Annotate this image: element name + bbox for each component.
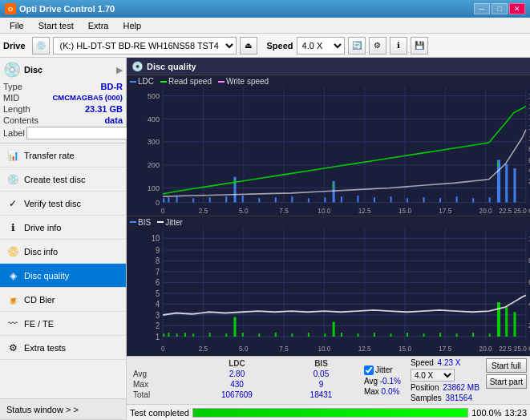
sidebar-item-drive-info[interactable]: ℹ Drive info bbox=[0, 216, 126, 240]
speed-row: Speed 4.23 X bbox=[411, 358, 479, 367]
sidebar-item-extra-tests[interactable]: ⚙ Extra tests bbox=[0, 336, 126, 360]
type-value: BD-R bbox=[101, 82, 123, 91]
chart1-legend: LDC Read speed Write speed bbox=[127, 75, 530, 87]
svg-text:10.0: 10.0 bbox=[318, 344, 330, 353]
total-bis: 18431 bbox=[285, 390, 358, 400]
svg-text:2.5: 2.5 bbox=[199, 207, 208, 215]
svg-rect-136 bbox=[390, 333, 391, 337]
svg-rect-131 bbox=[308, 333, 310, 337]
extra-tests-icon: ⚙ bbox=[6, 341, 19, 354]
panel-title: Disc quality bbox=[147, 62, 196, 71]
disc-title: Disc bbox=[24, 65, 42, 75]
svg-text:5.0: 5.0 bbox=[239, 207, 249, 215]
sidebar-item-disc-quality[interactable]: ◈ Disc quality bbox=[0, 264, 126, 288]
disc-type-row: Type BD-R bbox=[3, 82, 123, 91]
disc-contents-row: Contents data bbox=[3, 115, 123, 125]
sidebar-item-disc-info[interactable]: 📀 Disc info bbox=[0, 240, 126, 264]
nav-items: 📊 Transfer rate 💿 Create test disc ✓ Ver… bbox=[0, 143, 126, 398]
menu-file[interactable]: File bbox=[3, 19, 30, 32]
transfer-rate-icon: 📊 bbox=[6, 149, 19, 162]
ldc-label: LDC bbox=[138, 77, 154, 86]
toolbar: Drive 💿 (K:) HL-DT-ST BD-RE WH16NS58 TST… bbox=[0, 34, 530, 58]
sidebar-item-label: Disc info bbox=[24, 247, 58, 256]
max-jitter-val: 0.0% bbox=[382, 387, 400, 396]
ldc-legend: LDC bbox=[130, 77, 154, 86]
start-buttons: Start full Start part bbox=[486, 358, 527, 402]
title-bar: O Opti Drive Control 1.70 ─ □ ✕ bbox=[0, 0, 530, 18]
svg-rect-44 bbox=[168, 197, 169, 202]
save-button[interactable]: 💾 bbox=[411, 37, 428, 55]
svg-text:10.0: 10.0 bbox=[318, 207, 330, 215]
label-label: Label bbox=[3, 128, 25, 138]
svg-rect-70 bbox=[233, 180, 235, 184]
speed-select[interactable]: 4.0 X bbox=[297, 37, 345, 55]
disc-quality-icon: ◈ bbox=[6, 269, 19, 282]
write-label: Write speed bbox=[226, 77, 269, 86]
svg-rect-124 bbox=[192, 333, 194, 337]
svg-text:7: 7 bbox=[156, 266, 160, 276]
eject-button[interactable]: ⏏ bbox=[240, 37, 257, 55]
refresh-button[interactable]: 🔄 bbox=[348, 37, 366, 55]
disc-panel: 💿 Disc ▶ Type BD-R MID CMCMAGBA5 (000) L… bbox=[0, 58, 126, 143]
drive-select[interactable]: (K:) HL-DT-ST BD-RE WH16NS58 TST4 bbox=[53, 37, 237, 55]
svg-text:22.5: 22.5 bbox=[499, 207, 512, 215]
jitter-checkbox[interactable] bbox=[364, 365, 374, 375]
svg-rect-135 bbox=[374, 333, 375, 337]
samples-row: Samples 381564 bbox=[411, 394, 479, 402]
speed-select-stats[interactable]: 4.0 X bbox=[411, 369, 455, 382]
sidebar-item-label: Extra tests bbox=[24, 343, 66, 353]
svg-text:5: 5 bbox=[156, 288, 160, 297]
menu-start-test[interactable]: Start test bbox=[32, 19, 80, 32]
ldc-dot bbox=[130, 81, 136, 83]
sidebar-item-create-test-disc[interactable]: 💿 Create test disc bbox=[0, 168, 126, 192]
svg-text:300: 300 bbox=[148, 137, 160, 146]
avg-bis: 0.05 bbox=[285, 369, 358, 379]
sidebar-item-cd-bier[interactable]: 🍺 CD Bier bbox=[0, 288, 126, 312]
avg-jitter-row: Avg -0.1% bbox=[364, 377, 401, 386]
svg-rect-138 bbox=[423, 333, 425, 337]
svg-rect-59 bbox=[407, 198, 408, 202]
start-full-button[interactable]: Start full bbox=[486, 358, 527, 373]
minimize-button[interactable]: ─ bbox=[474, 3, 490, 14]
disc-info-icon: 📀 bbox=[6, 245, 19, 258]
close-button[interactable]: ✕ bbox=[509, 3, 525, 14]
svg-rect-48 bbox=[225, 196, 227, 202]
svg-rect-58 bbox=[390, 196, 391, 202]
jitter-checkbox-label[interactable]: Jitter bbox=[364, 365, 401, 375]
max-label: Max bbox=[130, 379, 189, 390]
status-window-button[interactable]: Status window > > bbox=[0, 399, 126, 420]
menu-help[interactable]: Help bbox=[116, 19, 148, 32]
sidebar-item-transfer-rate[interactable]: 📊 Transfer rate bbox=[0, 143, 126, 168]
contents-label: Contents bbox=[3, 115, 38, 125]
sidebar-item-label: Disc quality bbox=[24, 271, 69, 281]
jitter-section: Jitter Avg -0.1% Max 0.0% bbox=[361, 358, 404, 402]
maximize-button[interactable]: □ bbox=[492, 3, 508, 14]
disc-action-icon[interactable]: ▶ bbox=[116, 65, 123, 75]
svg-rect-60 bbox=[423, 197, 425, 202]
contents-value: data bbox=[104, 115, 123, 125]
drive-label: Drive bbox=[3, 41, 26, 50]
info-button[interactable]: ℹ bbox=[390, 37, 407, 55]
svg-rect-134 bbox=[357, 333, 358, 337]
sidebar-item-fe-te[interactable]: 〰 FE / TE bbox=[0, 312, 126, 336]
mid-label: MID bbox=[3, 93, 19, 103]
drive-icon-btn[interactable]: 💿 bbox=[32, 37, 50, 55]
svg-text:20.0: 20.0 bbox=[479, 344, 492, 353]
svg-text:200: 200 bbox=[148, 160, 160, 169]
label-input[interactable] bbox=[26, 127, 130, 139]
svg-text:7.5: 7.5 bbox=[279, 344, 288, 353]
chart2-svg-container: 10 9 8 7 6 5 4 3 2 1 10% 8% 6% bbox=[127, 228, 530, 357]
samples-val: 381564 bbox=[446, 394, 472, 402]
svg-rect-47 bbox=[209, 197, 211, 202]
svg-text:9: 9 bbox=[156, 244, 160, 254]
total-label: Total bbox=[130, 390, 189, 400]
svg-rect-126 bbox=[225, 333, 227, 337]
progress-bar-fill bbox=[193, 409, 467, 417]
start-part-button[interactable]: Start part bbox=[486, 374, 527, 389]
menu-extra[interactable]: Extra bbox=[82, 19, 115, 32]
sidebar-item-verify-test-disc[interactable]: ✓ Verify test disc bbox=[0, 192, 126, 216]
svg-text:1: 1 bbox=[156, 331, 160, 341]
svg-text:20.0: 20.0 bbox=[479, 207, 492, 215]
settings-button[interactable]: ⚙ bbox=[369, 37, 386, 55]
window-controls: ─ □ ✕ bbox=[474, 3, 525, 14]
